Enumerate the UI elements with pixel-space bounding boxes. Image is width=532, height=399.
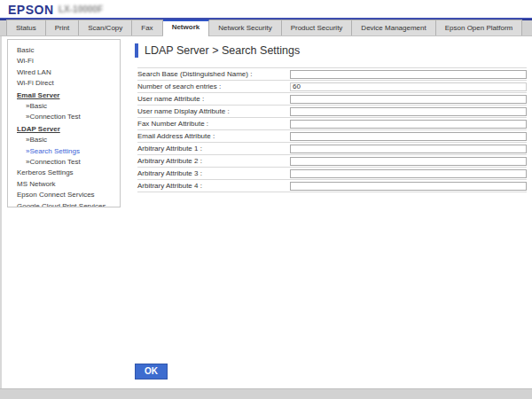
header: EPSON LX-10000F: [0, 0, 532, 18]
form-row: Arbitrary Attribute 2 :: [137, 155, 527, 168]
sidebar-menu: BasicWi-FiWired LANWi-Fi DirectEmail Ser…: [7, 39, 121, 207]
title-row: LDAP Server > Search Settings: [135, 43, 300, 58]
sidebar-item-epson-connect-services[interactable]: Epson Connect Services: [17, 190, 120, 200]
user-name-display-attribute-input[interactable]: [290, 107, 527, 116]
sidebar-item-email-server[interactable]: Email Server: [17, 90, 120, 101]
sidebar-item-wi-fi-direct[interactable]: Wi-Fi Direct: [17, 78, 120, 89]
arbitrary-attribute-4-input[interactable]: [290, 182, 527, 191]
arbitrary-attribute-1-input[interactable]: [290, 145, 527, 153]
sidebar-item-basic-2[interactable]: »Basic: [17, 101, 120, 112]
field-value-cell: [290, 132, 527, 141]
tab-product-security[interactable]: Product Security: [282, 20, 353, 35]
form-row: Arbitrary Attribute 4 :: [137, 180, 527, 192]
form-row: Arbitrary Attribute 3 :: [137, 168, 527, 180]
form-row: User name Attribute :: [137, 93, 527, 106]
tab-scan-copy[interactable]: Scan/Copy: [79, 20, 132, 35]
field-label: Arbitrary Attribute 2 :: [137, 157, 290, 165]
epson-logo: EPSON: [8, 3, 54, 17]
form-row: User name Display Attribute :: [137, 106, 527, 118]
sidebar-item-search-settings[interactable]: »Search Settings: [17, 146, 120, 157]
field-label: Number of search entries :: [137, 82, 290, 90]
field-value-cell: [290, 182, 527, 191]
field-label: User name Display Attribute :: [137, 107, 290, 115]
footer-bar: [0, 388, 532, 399]
form-row: Fax Number Attribute :: [137, 118, 527, 130]
fax-number-attribute-input[interactable]: [290, 120, 527, 129]
tab-epson-open-platform[interactable]: Epson Open Platform: [436, 20, 522, 35]
tab-network-security[interactable]: Network Security: [209, 20, 281, 35]
field-value-cell: [290, 169, 527, 178]
field-label: Arbitrary Attribute 4 :: [137, 182, 290, 190]
sidebar-item-kerberos-settings[interactable]: Kerberos Settings: [17, 168, 120, 178]
sidebar-item-ldap-server[interactable]: LDAP Server: [17, 124, 120, 135]
search-base-distinguished-name-input[interactable]: [290, 70, 527, 79]
tab-fax[interactable]: Fax: [132, 20, 162, 35]
arbitrary-attribute-3-input[interactable]: [290, 169, 527, 178]
field-value-cell: [290, 145, 527, 153]
field-value-cell: [290, 157, 527, 166]
email-address-attribute-input[interactable]: [290, 132, 527, 141]
arbitrary-attribute-2-input[interactable]: [290, 157, 527, 166]
field-value-cell: [290, 82, 527, 91]
sidebar-item-google-cloud-print-services[interactable]: Google Cloud Print Services: [17, 201, 120, 207]
field-label: Fax Number Attribute :: [137, 120, 290, 128]
page-left-edge: [0, 36, 2, 388]
tab-print[interactable]: Print: [46, 20, 79, 35]
tab-network[interactable]: Network: [163, 20, 210, 36]
page-title: LDAP Server > Search Settings: [145, 44, 300, 57]
settings-form: Search Base (Distinguished Name) : Numbe…: [137, 67, 527, 192]
form-row: Number of search entries :: [137, 81, 527, 93]
user-name-attribute-input[interactable]: [290, 95, 527, 104]
sidebar-item-wired-lan[interactable]: Wired LAN: [17, 67, 120, 78]
printer-model: LX-10000F: [59, 4, 103, 14]
form-row: Email Address Attribute :: [137, 130, 527, 143]
sidebar-item-basic[interactable]: Basic: [17, 45, 120, 56]
sidebar-item-connection-test-2[interactable]: »Connection Test: [17, 157, 120, 168]
field-value-cell: [290, 95, 527, 104]
sidebar-item-ms-network[interactable]: MS Network: [17, 179, 120, 190]
field-label: Search Base (Distinguished Name) :: [137, 70, 290, 78]
sidebar-item-basic-3[interactable]: »Basic: [17, 135, 120, 145]
field-value-cell: [290, 70, 527, 79]
field-label: Arbitrary Attribute 1 :: [137, 145, 290, 153]
tab-device-management[interactable]: Device Management: [352, 20, 435, 35]
field-label: User name Attribute :: [137, 95, 290, 103]
sidebar-item-connection-test[interactable]: »Connection Test: [17, 112, 120, 122]
form-row: Arbitrary Attribute 1 :: [137, 143, 527, 155]
ok-button[interactable]: OK: [135, 364, 168, 379]
title-accent-bar: [135, 43, 138, 58]
form-row: Search Base (Distinguished Name) :: [137, 68, 527, 81]
tab-status[interactable]: Status: [6, 20, 46, 35]
tab-bar: StatusPrintScan/CopyFaxNetworkNetwork Se…: [0, 20, 532, 36]
webconfig-page: EPSON LX-10000F StatusPrintScan/CopyFaxN…: [0, 0, 532, 399]
number-of-search-entries-input[interactable]: [290, 82, 527, 91]
sidebar-item-wi-fi[interactable]: Wi-Fi: [17, 56, 120, 66]
field-value-cell: [290, 107, 527, 116]
field-label: Arbitrary Attribute 3 :: [137, 169, 290, 177]
field-value-cell: [290, 120, 527, 129]
field-label: Email Address Attribute :: [137, 132, 290, 140]
